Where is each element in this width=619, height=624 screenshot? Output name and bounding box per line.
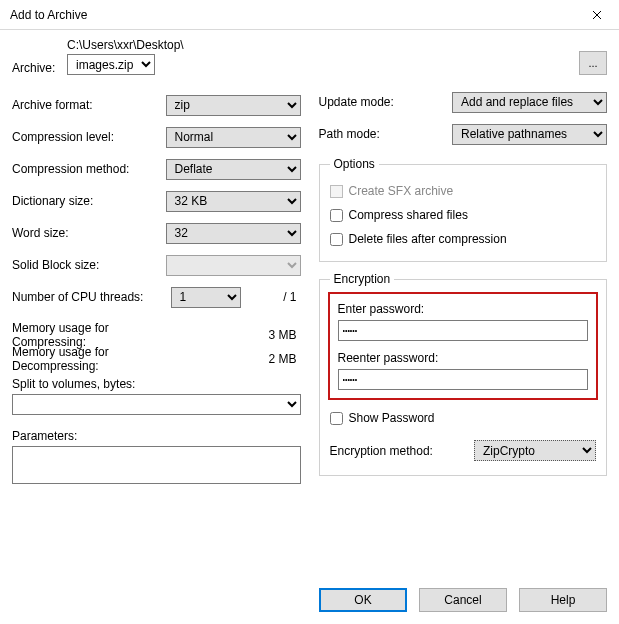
cancel-button[interactable]: Cancel bbox=[419, 588, 507, 612]
threads-total: / 1 bbox=[251, 290, 301, 304]
archive-label: Archive: bbox=[12, 61, 67, 75]
sfx-label: Create SFX archive bbox=[349, 184, 454, 198]
mem-decomp-row: Memory usage for Decompressing: 2 MB bbox=[12, 347, 301, 371]
enter-password-label: Enter password: bbox=[338, 302, 589, 316]
params-label: Parameters: bbox=[12, 429, 301, 443]
threads-select[interactable]: 1 bbox=[171, 287, 241, 308]
reenter-password-input[interactable] bbox=[338, 369, 589, 390]
update-row: Update mode: Add and replace files bbox=[319, 89, 608, 115]
path-row: Path mode: Relative pathnames bbox=[319, 121, 608, 147]
split-select[interactable] bbox=[12, 394, 301, 415]
reenter-password-label: Reenter password: bbox=[338, 351, 589, 365]
dict-label: Dictionary size: bbox=[12, 194, 166, 208]
ok-button[interactable]: OK bbox=[319, 588, 407, 612]
archive-filename-select[interactable]: images.zip bbox=[67, 54, 155, 75]
shared-checkbox[interactable] bbox=[330, 209, 343, 222]
mem-decomp-value: 2 MB bbox=[166, 352, 301, 366]
mem-comp-value: 3 MB bbox=[166, 328, 301, 342]
archive-row: Archive: C:\Users\xxr\Desktop\ images.zi… bbox=[12, 38, 607, 75]
dict-row: Dictionary size: 32 KB bbox=[12, 185, 301, 217]
options-legend: Options bbox=[330, 157, 379, 171]
encryption-highlight: Enter password: Reenter password: bbox=[328, 292, 599, 400]
level-select[interactable]: Normal bbox=[166, 127, 301, 148]
path-mode-label: Path mode: bbox=[319, 127, 453, 141]
word-label: Word size: bbox=[12, 226, 166, 240]
show-password-row: Show Password bbox=[330, 406, 597, 430]
show-password-checkbox[interactable] bbox=[330, 412, 343, 425]
enter-password-input[interactable] bbox=[338, 320, 589, 341]
close-button[interactable] bbox=[574, 0, 619, 30]
word-row: Word size: 32 bbox=[12, 217, 301, 249]
solid-label: Solid Block size: bbox=[12, 258, 166, 272]
enc-method-label: Encryption method: bbox=[330, 444, 475, 458]
shared-row: Compress shared files bbox=[330, 203, 597, 227]
solid-select bbox=[166, 255, 301, 276]
options-fieldset: Options Create SFX archive Compress shar… bbox=[319, 157, 608, 262]
delete-label: Delete files after compression bbox=[349, 232, 507, 246]
format-select[interactable]: zip bbox=[166, 95, 301, 116]
window-title: Add to Archive bbox=[10, 8, 87, 22]
dict-select[interactable]: 32 KB bbox=[166, 191, 301, 212]
format-label: Archive format: bbox=[12, 98, 166, 112]
sfx-row: Create SFX archive bbox=[330, 179, 597, 203]
mem-comp-row: Memory usage for Compressing: 3 MB bbox=[12, 323, 301, 347]
encryption-fieldset: Encryption Enter password: Reenter passw… bbox=[319, 272, 608, 476]
split-label: Split to volumes, bytes: bbox=[12, 377, 301, 391]
help-button[interactable]: Help bbox=[519, 588, 607, 612]
delete-row: Delete files after compression bbox=[330, 227, 597, 251]
enc-method-row: Encryption method: ZipCrypto bbox=[330, 440, 597, 461]
format-row: Archive format: zip bbox=[12, 89, 301, 121]
show-password-label: Show Password bbox=[349, 411, 435, 425]
archive-path: C:\Users\xxr\Desktop\ bbox=[67, 38, 569, 54]
method-label: Compression method: bbox=[12, 162, 166, 176]
params-input[interactable] bbox=[12, 446, 301, 484]
browse-button[interactable]: ... bbox=[579, 51, 607, 75]
method-select[interactable]: Deflate bbox=[166, 159, 301, 180]
update-select[interactable]: Add and replace files bbox=[452, 92, 607, 113]
level-row: Compression level: Normal bbox=[12, 121, 301, 153]
threads-label: Number of CPU threads: bbox=[12, 290, 171, 304]
method-row: Compression method: Deflate bbox=[12, 153, 301, 185]
solid-row: Solid Block size: bbox=[12, 249, 301, 281]
enc-method-select[interactable]: ZipCrypto bbox=[474, 440, 596, 461]
update-label: Update mode: bbox=[319, 95, 453, 109]
titlebar: Add to Archive bbox=[0, 0, 619, 30]
button-bar: OK Cancel Help bbox=[319, 588, 607, 612]
path-mode-select[interactable]: Relative pathnames bbox=[452, 124, 607, 145]
level-label: Compression level: bbox=[12, 130, 166, 144]
delete-checkbox[interactable] bbox=[330, 233, 343, 246]
sfx-checkbox bbox=[330, 185, 343, 198]
threads-row: Number of CPU threads: 1 / 1 bbox=[12, 281, 301, 313]
close-icon bbox=[592, 10, 602, 20]
shared-label: Compress shared files bbox=[349, 208, 468, 222]
word-select[interactable]: 32 bbox=[166, 223, 301, 244]
encryption-legend: Encryption bbox=[330, 272, 395, 286]
mem-decomp-label: Memory usage for Decompressing: bbox=[12, 345, 166, 373]
